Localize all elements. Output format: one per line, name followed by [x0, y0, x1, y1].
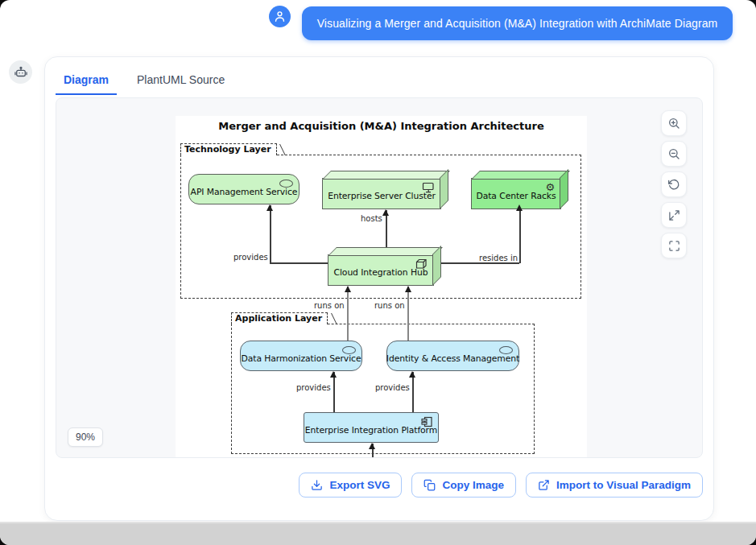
edge-label-runs-on-1: runs on [314, 301, 345, 310]
arrowhead [516, 204, 523, 211]
node-label: API Management Service [191, 187, 298, 197]
diagram-card: Diagram PlantUML Source Merger and Acqui… [44, 56, 714, 521]
tab-diagram[interactable]: Diagram [56, 67, 117, 95]
arrowhead [330, 371, 337, 378]
zoom-in-button[interactable] [661, 110, 687, 136]
node-label: Data Harmonization Service [242, 353, 361, 364]
node-monitor-icon [422, 182, 435, 193]
edge-label-hosts: hosts [361, 214, 382, 223]
edge-label-provides-2: provides [375, 383, 410, 392]
edge-provides-1-line [333, 372, 335, 412]
assistant-button[interactable] [9, 60, 32, 84]
fullscreen-icon [668, 240, 680, 252]
arrowhead [382, 209, 389, 216]
bottom-strip [0, 524, 756, 545]
import-visual-paradigm-button[interactable]: Import to Visual Paradigm [526, 473, 703, 498]
edge-runs-on-1-line [347, 287, 349, 341]
fullscreen-button[interactable] [661, 233, 687, 258]
edge-label-provides-1: provides [296, 383, 331, 392]
diagram-title: Merger and Acquisition (M&A) Integration… [176, 120, 587, 132]
person-icon [273, 10, 287, 23]
diagram-viewport[interactable]: Merger and Acquisition (M&A) Integration… [56, 97, 703, 458]
node-label: Identity & Access Management [386, 353, 519, 364]
node-identity-access-management[interactable]: Identity & Access Management [386, 341, 519, 371]
node-label: Cloud Integration Hub [334, 267, 428, 278]
node-cloud-integration-hub[interactable]: Cloud Integration Hub [328, 254, 434, 286]
node-api-management-service[interactable]: API Management Service [188, 174, 300, 204]
component-icon [421, 416, 432, 427]
node-data-harmonization-service[interactable]: Data Harmonization Service [240, 341, 362, 371]
reset-view-button[interactable] [661, 171, 687, 197]
page-title: Visualizing a Merger and Acquisition (M&… [302, 6, 733, 40]
node-enterprise-server-cluster[interactable]: Enterprise Server Cluster [322, 178, 441, 209]
diagram-canvas: Merger and Acquisition (M&A) Integration… [176, 116, 587, 458]
technology-layer-label: Technology Layer [180, 143, 277, 155]
gear-icon: ⚙ [545, 182, 555, 192]
zoom-level-badge[interactable]: 90% [68, 427, 103, 447]
arrowhead [409, 371, 415, 378]
service-oval-icon [342, 346, 356, 354]
edge-provides-left-vline [270, 205, 271, 263]
edge-runs-on-2-line [407, 287, 409, 341]
arrowhead [405, 286, 411, 292]
node-label: Data Center Racks [477, 191, 556, 201]
arrowhead [345, 286, 351, 292]
arrowhead [369, 443, 375, 449]
node-label: Enterprise Integration Platform [305, 425, 437, 436]
edge-label-resides-in: resides in [479, 254, 518, 262]
edge-provides-left-hline [270, 262, 328, 264]
node-label: Enterprise Server Cluster [328, 191, 436, 201]
export-svg-button[interactable]: Export SVG [299, 473, 402, 498]
external-link-icon [538, 479, 550, 491]
expand-button[interactable] [661, 202, 687, 228]
button-label: Export SVG [329, 479, 390, 491]
robot-icon [14, 65, 28, 80]
node-enterprise-integration-platform[interactable]: Enterprise Integration Platform [304, 412, 439, 443]
edge-resides-in-hline [434, 262, 519, 264]
zoom-out-button[interactable] [661, 141, 687, 167]
zoom-out-icon [667, 147, 680, 160]
service-oval-icon [279, 180, 293, 188]
edge-label-runs-on-2: runs on [374, 301, 405, 310]
service-oval-icon [499, 346, 513, 354]
application-layer-label: Application Layer [231, 312, 328, 324]
expand-icon [668, 209, 680, 221]
zoom-in-icon [667, 117, 680, 130]
cube-icon [415, 258, 428, 270]
arrowhead [266, 204, 273, 211]
avatar [269, 6, 291, 27]
tab-bar: Diagram PlantUML Source [45, 57, 713, 95]
edge-resides-in-vline [519, 205, 521, 263]
edge-label-provides-left: provides [233, 253, 268, 262]
reset-view-icon [667, 178, 680, 191]
edge-provides-2-line [412, 372, 414, 412]
download-icon [311, 479, 323, 491]
app-window: Visualizing a Merger and Acquisition (M&… [0, 0, 756, 545]
button-label: Copy Image [442, 479, 504, 491]
copy-image-button[interactable]: Copy Image [411, 473, 516, 498]
copy-icon [423, 479, 436, 491]
button-label: Import to Visual Paradigm [556, 479, 691, 491]
tab-plantuml-source[interactable]: PlantUML Source [129, 67, 233, 95]
action-bar: Export SVG Copy Image Import to Visual P… [299, 473, 703, 498]
viewer-controls [661, 110, 687, 258]
